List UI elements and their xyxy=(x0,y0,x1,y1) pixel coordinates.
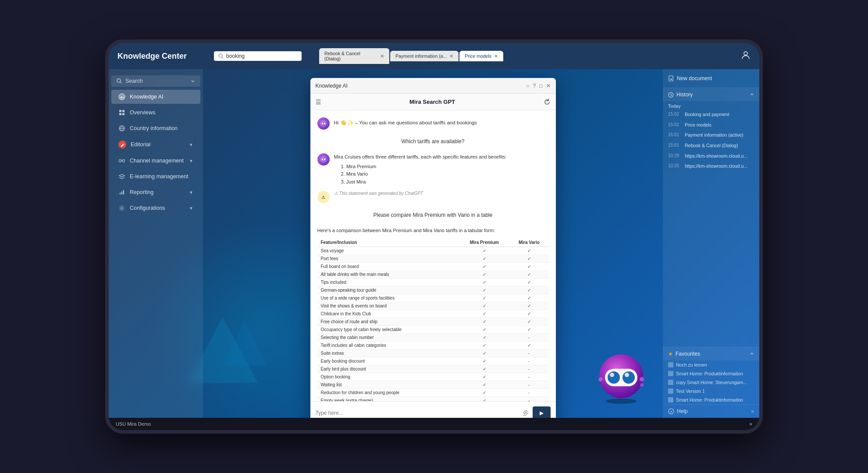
elearning-icon xyxy=(118,173,125,180)
svg-point-2 xyxy=(744,52,747,55)
new-document-button[interactable]: New document xyxy=(668,74,712,83)
tab-rebook-cancel[interactable]: Rebook & Cancel (Dialog) ✕ xyxy=(319,48,389,64)
fav-text-3: Test Version 1 xyxy=(676,388,705,394)
history-text-0: Booking and payment xyxy=(685,112,729,118)
history-time-3: 15:01 xyxy=(668,143,682,148)
tablet-frame: Knowledge Center Rebook & Cancel (Dialog… xyxy=(105,39,763,434)
search-bar-container[interactable] xyxy=(214,51,302,61)
favorites-item-2[interactable]: copy Smart Home: Steuerungam... xyxy=(663,378,759,387)
sidebar-label-overviews: Overviews xyxy=(130,109,155,116)
fav-text-2: copy Smart Home: Steuerungam... xyxy=(676,380,747,385)
editorial-icon xyxy=(118,141,126,148)
table-cell-value: ✓ xyxy=(459,247,509,254)
bot-response-1: Mira Cruises offers three different tari… xyxy=(317,153,549,186)
sidebar-item-country[interactable]: Country information xyxy=(111,121,200,135)
svg-rect-10 xyxy=(122,113,125,115)
svg-line-1 xyxy=(222,57,224,59)
sidebar-search[interactable]: Search xyxy=(111,75,200,87)
sidebar-item-editorial[interactable]: Editorial ▼ xyxy=(111,137,200,152)
fav-text-4: Smart Home: Produktinformation xyxy=(676,397,743,402)
tab-close-price[interactable]: ✕ xyxy=(494,54,498,59)
chat-input[interactable] xyxy=(316,410,519,416)
history-item-0[interactable]: 15:02 Booking and payment xyxy=(663,109,759,120)
bottom-bar: USU Mira Demo » xyxy=(109,418,759,430)
sidebar-label-channel: Channel management xyxy=(130,158,184,164)
svg-line-4 xyxy=(121,82,122,84)
history-item-3[interactable]: 15:01 Rebook & Cancel (Dialog) xyxy=(663,141,759,151)
sidebar-label-knowledge-ai: Knowledge AI xyxy=(130,94,163,100)
expand-sidebar-icon[interactable]: » xyxy=(749,421,752,427)
bot-avatar xyxy=(317,117,330,130)
favorites-item-3[interactable]: Test Version 1 xyxy=(663,387,759,395)
chat-content[interactable]: Hi 👋 ✨ – You can ask me questions about … xyxy=(310,110,556,401)
collapse-favorites-icon[interactable] xyxy=(750,352,754,356)
table-cell-feature: Use of a wide range of sports facilities xyxy=(317,294,459,302)
app-title: Knowledge Center xyxy=(117,52,205,61)
sidebar-item-configurations[interactable]: Configurations ▼ xyxy=(111,201,200,215)
table-header-vario: Mira Vario xyxy=(509,238,548,247)
tab-close-rebook[interactable]: ✕ xyxy=(380,54,384,59)
table-cell-feature: Early bird plus discount xyxy=(317,365,459,373)
table-cell-feature: Visit the shows & events on board xyxy=(317,302,459,310)
table-cell-feature: Full board on board xyxy=(317,262,459,270)
tab-price-models[interactable]: Price models ✕ xyxy=(459,51,503,61)
svg-text:AI: AI xyxy=(120,95,124,99)
collapse-history-icon[interactable] xyxy=(750,92,754,97)
history-time-2: 15:01 xyxy=(668,132,682,137)
help-icon[interactable]: ? xyxy=(533,83,536,89)
tab-close-payment[interactable]: ✕ xyxy=(449,54,453,59)
table-cell-value: ✓ xyxy=(459,302,509,310)
bot-avatar-3: ⚠ xyxy=(317,191,330,203)
table-row: Empty week (extra charge)✓- xyxy=(317,396,549,401)
favorites-item-0[interactable]: Noch zu lernen xyxy=(663,360,759,369)
send-button[interactable]: ▶ xyxy=(533,406,551,418)
minimize-icon[interactable]: ○ xyxy=(526,83,529,89)
user-avatar-icon[interactable] xyxy=(741,50,751,62)
tab-payment-info[interactable]: Payment information (a... ✕ xyxy=(390,51,459,61)
history-item-1[interactable]: 15:01 Price models xyxy=(663,120,759,131)
fav-file-icon-0 xyxy=(668,362,673,367)
bot-greeting: Hi 👋 ✨ – You can ask me questions about … xyxy=(317,117,549,130)
table-cell-value: ✓ xyxy=(459,262,509,270)
user-question-1: Which tariffs are available? xyxy=(317,135,549,148)
table-row: Tariff includes all cabin categories✓✓ xyxy=(317,341,549,349)
menu-icon[interactable]: ☰ xyxy=(316,99,321,106)
history-time-1: 15:01 xyxy=(668,122,682,127)
history-text-2: Payment information (active) xyxy=(685,132,743,138)
table-cell-feature: Empty week (extra charge) xyxy=(317,396,459,401)
svg-rect-13 xyxy=(123,159,125,162)
tab-label: Price models xyxy=(465,53,491,59)
search-input[interactable] xyxy=(226,53,288,59)
maximize-icon[interactable]: □ xyxy=(539,83,542,89)
attachment-icon[interactable] xyxy=(523,410,529,416)
comparison-table: Feature/Inclusion Mira Premium Mira Vari… xyxy=(317,238,549,401)
favorites-item-1[interactable]: Smart Home: Produktinformation xyxy=(663,369,759,378)
table-cell-feature: German-speaking tour guide xyxy=(317,286,459,294)
history-header: History xyxy=(663,88,759,101)
favorites-item-4[interactable]: Smart Home: Produktinformation xyxy=(663,395,759,404)
table-row: Childcare in the Kids Club✓✓ xyxy=(317,310,549,318)
chat-footer: ▶ xyxy=(310,401,556,418)
knowledge-ai-icon: AI xyxy=(118,93,125,100)
table-cell-feature: Port fees xyxy=(317,254,459,262)
svg-point-0 xyxy=(219,54,222,57)
table-cell-feature: All table drinks with the main meals xyxy=(317,270,459,278)
search-icon-sidebar xyxy=(117,78,122,84)
response-line: Mira Cruises offers three different tari… xyxy=(334,153,507,161)
sidebar-item-elearning[interactable]: E-learning management xyxy=(111,169,200,184)
table-cell-value: - xyxy=(509,365,548,373)
sidebar-item-knowledge-ai[interactable]: AI Knowledge AI xyxy=(111,90,200,104)
history-item-4[interactable]: 10:29 https://km-showroom.cloud.u... xyxy=(663,151,759,162)
sidebar-item-channel[interactable]: Channel management ▼ xyxy=(111,154,200,168)
expand-right-icon[interactable]: » xyxy=(751,408,754,414)
close-icon[interactable]: ✕ xyxy=(546,83,551,89)
table-cell-feature: Tips included xyxy=(317,278,459,286)
refresh-icon[interactable] xyxy=(544,99,551,106)
help-section[interactable]: ? Help » xyxy=(663,404,759,418)
table-cell-value: ✓ xyxy=(459,294,509,302)
country-icon xyxy=(118,125,125,132)
history-item-2[interactable]: 15:01 Payment information (active) xyxy=(663,130,759,141)
sidebar-item-overviews[interactable]: Overviews xyxy=(111,106,200,120)
sidebar-item-reporting[interactable]: Reporting ▼ xyxy=(111,185,200,199)
history-item-5[interactable]: 10:26 https://km-showroom.cloud.u... xyxy=(663,161,759,172)
